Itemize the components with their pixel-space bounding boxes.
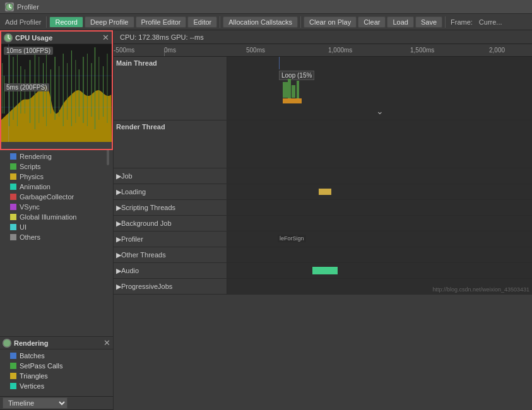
rendering-close-button[interactable]: ✕ (103, 338, 110, 348)
rendering-item-setpass[interactable]: SetPass Calls (10, 361, 113, 371)
setpass-color (10, 363, 16, 369)
gc-color-swatch (10, 194, 16, 200)
stats-bar: CPU: 172.38ms GPU: --ms (114, 30, 532, 44)
profile-item-physics[interactable]: Physics (0, 172, 113, 182)
rendering-item-batches[interactable]: Batches (10, 351, 113, 361)
svg-rect-18 (63, 54, 64, 126)
main-thread-body-label (114, 69, 227, 120)
ui-color-swatch (10, 224, 16, 230)
svg-rect-19 (67, 63, 68, 120)
svg-rect-29 (107, 54, 108, 123)
svg-rect-25 (92, 63, 92, 117)
batches-label: Batches (20, 352, 45, 360)
other-threads-label[interactable]: ▶ Other Threads (114, 247, 227, 262)
job-thread-row: ▶ Job (114, 168, 532, 184)
profile-editor-button[interactable]: Profile Editor (136, 16, 187, 28)
scripting-threads-title: Scripting Threads (121, 204, 175, 211)
toolbar-sep-2 (220, 16, 220, 28)
audio-thread-label[interactable]: ▶ Audio (114, 263, 227, 278)
svg-rect-17 (59, 66, 59, 117)
profile-item-others[interactable]: Others (0, 232, 113, 242)
profile-item-ui[interactable]: UI (0, 222, 113, 232)
profile-item-gc[interactable]: GarbageCollector (0, 192, 113, 202)
green-bar-3 (292, 85, 295, 98)
timeline-select[interactable]: Timeline Hierarchy Raw Hierarchy (3, 397, 68, 409)
job-thread-title: Job (121, 172, 133, 180)
render-thread-group: Render Thread (114, 120, 532, 168)
ruler-mark-0: -500ms (114, 47, 134, 54)
scripts-color-swatch (10, 163, 16, 170)
profile-item-scripts[interactable]: Scripts (0, 161, 113, 172)
ruler-mark-3: 1,000ms (328, 47, 352, 54)
profile-item-animation[interactable]: Animation (0, 182, 113, 192)
profiler-thread-label[interactable]: ▶ Profiler (114, 231, 227, 247)
setpass-label: SetPass Calls (20, 362, 62, 370)
others-item-label: Others (20, 233, 40, 241)
add-profiler-label[interactable]: Add Profiler (3, 18, 44, 26)
loading-triangle-icon: ▶ (116, 188, 121, 196)
profile-item-rendering[interactable]: Rendering (0, 151, 113, 161)
vertices-label: Vertices (20, 382, 44, 390)
render-thread-body-content (227, 133, 532, 168)
rendering-header: Rendering ✕ (0, 337, 113, 349)
other-threads-content (227, 247, 532, 262)
cpu-usage-close-button[interactable]: ✕ (102, 33, 109, 42)
progressive-jobs-row: ▶ ProgressiveJobs http://blog.csdn.net/w… (114, 279, 532, 295)
green-bar-2 (288, 79, 291, 101)
save-button[interactable]: Save (415, 16, 442, 28)
content-area: CPU: 172.38ms GPU: --ms -500ms 0ms 500ms… (114, 30, 532, 410)
load-button[interactable]: Load (387, 16, 413, 28)
chevron-down-icon[interactable]: ⌄ (376, 106, 384, 116)
title-bar: Profiler (0, 0, 532, 14)
main-thread-cursor-line (279, 57, 280, 69)
rendering-item-triangles[interactable]: Triangles (10, 371, 113, 381)
profile-item-vsync[interactable]: VSync (0, 202, 113, 212)
background-job-label[interactable]: ▶ Background Job (114, 216, 227, 231)
svg-rect-4 (4, 76, 4, 114)
physics-item-label: Physics (20, 173, 44, 180)
triangles-color (10, 373, 16, 379)
svg-rect-16 (54, 57, 55, 120)
cpu-usage-section: CPU Usage ✕ (0, 30, 113, 150)
ruler-mark-1: 0ms (164, 47, 176, 54)
loading-thread-row: ▶ Loading (114, 184, 532, 200)
toolbar-sep-1 (46, 16, 47, 28)
editor-button[interactable]: Editor (187, 16, 217, 28)
gi-item-label: Global Illumination (20, 213, 77, 221)
clear-on-play-button[interactable]: Clear on Play (304, 16, 357, 28)
profiler-thread-content: leForSign (227, 231, 532, 247)
frame-label: Frame: (448, 18, 475, 26)
main-thread-body-content: Loop (15% ⌄ (227, 69, 532, 120)
svg-point-33 (3, 339, 11, 347)
rendering-section: Rendering ✕ Batches SetPass Calls Triang… (0, 336, 113, 396)
progressive-jobs-label[interactable]: ▶ ProgressiveJobs (114, 279, 227, 294)
background-job-content (227, 216, 532, 231)
threads-container[interactable]: Main Thread Loop (15% (114, 57, 532, 410)
allocation-callstacks-button[interactable]: Allocation Callstacks (223, 16, 298, 28)
chart-label-10ms: 10ms (100FPS) (4, 47, 53, 55)
loading-bar (319, 189, 331, 195)
deep-profile-button[interactable]: Deep Profile (85, 16, 134, 28)
ruler-mark-2: 500ms (246, 47, 265, 54)
animation-item-label: Animation (20, 183, 50, 190)
gi-color-swatch (10, 214, 16, 220)
profile-item-gi[interactable]: Global Illumination (0, 212, 113, 222)
profiler-label: leForSign (278, 235, 306, 242)
loading-thread-label[interactable]: ▶ Loading (114, 184, 227, 199)
svg-rect-28 (103, 66, 103, 117)
svg-rect-22 (79, 69, 80, 117)
rendering-item-vertices[interactable]: Vertices (10, 381, 113, 391)
current-label: Curre... (476, 18, 505, 26)
svg-rect-26 (95, 47, 95, 129)
loading-thread-content (227, 184, 532, 199)
svg-rect-15 (50, 69, 51, 114)
background-job-triangle-icon: ▶ (116, 220, 121, 228)
scripting-threads-label[interactable]: ▶ Scripting Threads (114, 200, 227, 215)
progressive-jobs-triangle-icon: ▶ (116, 283, 121, 291)
job-thread-label[interactable]: ▶ Job (114, 168, 227, 184)
progressive-jobs-title: ProgressiveJobs (121, 283, 172, 290)
clear-button[interactable]: Clear (358, 16, 386, 28)
record-button[interactable]: Record (49, 16, 83, 28)
ruler-mark-4: 1,500ms (410, 47, 434, 54)
profile-items-list: Rendering Scripts Physics Animation Garb… (0, 150, 113, 336)
